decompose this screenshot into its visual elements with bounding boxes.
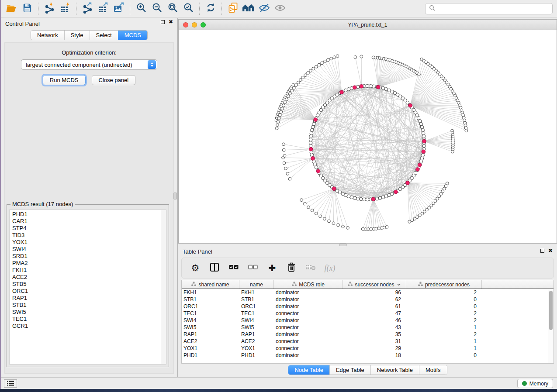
network-canvas[interactable] (179, 31, 557, 243)
home-button[interactable] (241, 2, 256, 16)
mcds-result-item[interactable]: CAR1 (10, 218, 161, 225)
table-row[interactable]: FKH1FKH1dominator962 (182, 289, 548, 296)
float-panel-icon[interactable] (161, 20, 165, 24)
tab-node-table[interactable]: Node Table (288, 365, 329, 375)
duplicate-network-button[interactable] (225, 2, 241, 16)
zoom-out-button[interactable] (149, 2, 165, 16)
zoom-in-button[interactable] (133, 2, 149, 16)
mcds-result-item[interactable]: SRD1 (10, 253, 161, 260)
tab-motifs[interactable]: Motifs (419, 365, 447, 375)
tab-mcds[interactable]: MCDS (118, 31, 147, 40)
column-header-shared-name[interactable]: shared name (182, 280, 239, 289)
run-mcds-button[interactable]: Run MCDS (43, 75, 86, 85)
show-graphics-button[interactable] (272, 2, 288, 16)
close-table-panel-icon[interactable]: ✖ (548, 248, 553, 253)
sort-chevron-icon (397, 282, 401, 288)
optimization-criterion-select[interactable]: largest connected component (undirected) (21, 59, 157, 70)
mcds-result-item[interactable]: STB5 (10, 281, 161, 288)
mcds-result-item[interactable]: STB1 (10, 302, 161, 309)
close-panel-icon[interactable]: ✖ (169, 20, 173, 24)
column-header-mcds-role[interactable]: MCDS role (274, 280, 343, 289)
table-row[interactable]: PHD1PHD1dominator180 (182, 352, 548, 359)
mcds-result-item[interactable]: STP4 (10, 225, 161, 232)
mcds-result-item[interactable]: PHD1 (10, 211, 161, 218)
column-header-predecessor-nodes[interactable]: predecessor nodes (406, 280, 482, 289)
mcds-result-item[interactable]: TEC1 (10, 316, 161, 323)
mcds-result-item[interactable]: PMA2 (10, 260, 161, 267)
horizontal-splitter-handle[interactable] (339, 244, 347, 246)
table-cell: RAP1 (239, 331, 274, 338)
shared-column-icon (191, 282, 196, 288)
mcds-list-scrollbar[interactable] (161, 210, 166, 364)
delete-table-button[interactable] (304, 261, 317, 275)
table-row[interactable]: STB1STB1dominator620 (182, 296, 548, 303)
mcds-result-item[interactable]: TID3 (10, 232, 161, 239)
network-window-title: YPA_prune.txt_1 (348, 22, 387, 28)
import-network-button[interactable] (42, 2, 57, 16)
minimize-window-light[interactable] (192, 22, 197, 28)
table-cell: TEC1 (182, 310, 239, 317)
mcds-result-item[interactable]: ACE2 (10, 274, 161, 281)
export-image-button[interactable] (111, 2, 127, 16)
table-scrollbar-thumb[interactable] (549, 291, 553, 330)
deselect-all-button[interactable] (246, 261, 259, 275)
delete-columns-button[interactable] (285, 261, 298, 275)
zoom-selected-button[interactable] (180, 2, 196, 16)
table-cell: dominator (274, 303, 343, 310)
close-window-light[interactable] (183, 22, 188, 28)
open-session-button[interactable] (3, 2, 19, 16)
maximize-window-light[interactable] (201, 22, 206, 28)
column-settings-button[interactable]: ⚙ (189, 261, 202, 275)
search-input[interactable] (438, 5, 549, 13)
memory-button[interactable]: Memory (517, 379, 553, 388)
column-label: MCDS role (299, 282, 325, 288)
import-table-button[interactable] (57, 2, 73, 16)
export-network-button[interactable] (80, 2, 95, 16)
function-builder-button[interactable]: f(x) (323, 261, 336, 275)
column-header-name[interactable]: name (239, 280, 274, 289)
mcds-result-item[interactable]: GCR1 (10, 323, 161, 330)
eye-icon (274, 3, 286, 15)
table-scrollbar[interactable] (548, 289, 554, 363)
table-row[interactable]: TEC1TEC1connector472 (182, 310, 548, 317)
network-window-titlebar[interactable]: YPA_prune.txt_1 (179, 20, 557, 30)
column-header-successor-nodes[interactable]: successor nodes (343, 280, 406, 289)
table-cell: 1 (406, 345, 482, 352)
float-table-panel-icon[interactable] (540, 249, 544, 253)
table-row[interactable]: ACE2ACE2connector311 (182, 338, 548, 345)
table-row[interactable]: RAP1RAP1dominator352 (182, 331, 548, 338)
table-cell: STB1 (239, 296, 274, 303)
table-row[interactable]: YOX1YOX1connector291 (182, 345, 548, 352)
mcds-result-item[interactable]: YOX1 (10, 239, 161, 246)
table-panel-title: Table Panel (178, 248, 212, 255)
tab-edge-table[interactable]: Edge Table (329, 365, 370, 375)
mcds-result-item[interactable]: SWI4 (10, 246, 161, 253)
add-column-button[interactable]: ✚ (266, 261, 279, 275)
export-table-button[interactable] (95, 2, 111, 16)
save-session-button[interactable] (19, 2, 35, 16)
select-all-button[interactable] (227, 261, 240, 275)
mcds-result-item[interactable]: RAP1 (10, 295, 161, 302)
zoom-fit-button[interactable] (165, 2, 180, 16)
hide-graphics-button[interactable] (256, 2, 272, 16)
tab-style[interactable]: Style (64, 31, 90, 40)
table-cell: 0 (406, 352, 482, 359)
refresh-button[interactable] (203, 2, 218, 16)
task-history-button[interactable] (4, 379, 17, 388)
mcds-result-item[interactable]: SWI5 (10, 309, 161, 316)
table-row[interactable]: ORC1ORC1dominator610 (182, 303, 548, 310)
vertical-splitter[interactable] (177, 18, 178, 379)
tab-select[interactable]: Select (90, 31, 118, 40)
table-row[interactable]: SWI5SWI5connector431 (182, 324, 548, 331)
table-row[interactable]: SWI4SWI4dominator462 (182, 317, 548, 324)
split-panel-button[interactable] (208, 261, 221, 275)
mcds-result-item[interactable]: ORC1 (10, 288, 161, 295)
vertical-splitter-handle[interactable] (173, 193, 177, 199)
mcds-result-item[interactable]: FKH1 (10, 267, 161, 274)
export-network-icon (82, 2, 93, 15)
close-panel-button[interactable]: Close panel (92, 75, 136, 85)
tab-network-table[interactable]: Network Table (370, 365, 419, 375)
memory-status-icon (522, 381, 527, 386)
table-cell: SWI4 (182, 317, 239, 324)
tab-network[interactable]: Network (31, 31, 64, 40)
